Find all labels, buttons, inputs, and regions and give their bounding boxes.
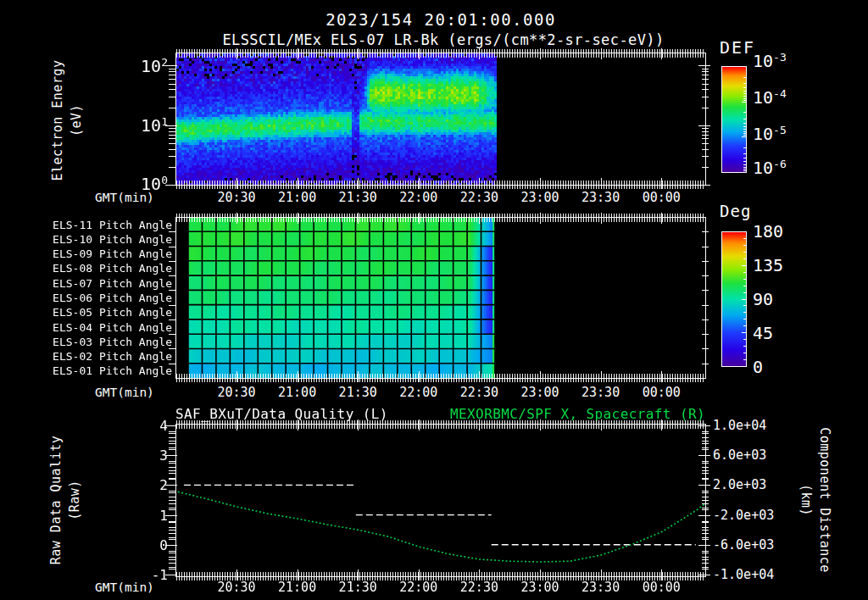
x-major-tick — [661, 419, 662, 431]
y-tick — [702, 75, 709, 75]
x-major-tick — [601, 178, 602, 189]
y-tick — [169, 553, 176, 553]
deg-cb-tick — [742, 332, 746, 333]
deg-cb-tick — [743, 319, 746, 319]
x-major-tick — [661, 48, 662, 59]
quality-tick-label: 4 — [117, 418, 168, 434]
y-tick — [169, 559, 176, 560]
def-tick-label: 10-5 — [753, 124, 787, 145]
x-major-tick — [601, 48, 602, 59]
quality-tick-label: 3 — [117, 447, 168, 464]
quality-distance-chart-canvas — [176, 425, 704, 575]
x-tick-label: 22:30 — [452, 190, 506, 205]
y-tick — [169, 97, 176, 97]
x-major-tick — [661, 178, 662, 189]
x-tick-label: 00:00 — [634, 580, 688, 595]
y-tick — [169, 530, 176, 531]
distance-tick-label: 2.0e+03 — [713, 477, 766, 492]
def-cb-tick — [743, 135, 746, 136]
y-tick — [702, 290, 709, 291]
x-major-tick — [236, 419, 237, 431]
x-major-tick — [540, 48, 541, 59]
x-major-tick — [419, 419, 420, 431]
y-tick — [702, 567, 709, 568]
y-tick — [698, 185, 710, 186]
def-tick-label: 10-6 — [753, 158, 787, 179]
pitch-row-label: ELS-06 Pitch Angle — [45, 292, 172, 304]
def-cb-tick — [743, 87, 746, 88]
y-tick — [702, 492, 709, 493]
y-tick — [169, 461, 176, 462]
y-tick — [702, 334, 709, 335]
x-major-tick — [358, 178, 359, 189]
gmt-axis-label-middle: GMT(min) — [95, 386, 154, 399]
quality-tick-label: -1 — [117, 567, 168, 583]
y-tick — [169, 156, 176, 157]
deg-cb-tick — [743, 353, 746, 353]
pitch-row-label: ELS-03 Pitch Angle — [45, 336, 172, 348]
def-cb-tick — [743, 91, 746, 92]
x-tick-label: 23:00 — [513, 190, 567, 205]
deg-tick-label: 45 — [753, 323, 773, 343]
y-tick — [702, 138, 709, 139]
y-tick — [702, 478, 709, 479]
distance-tick-label: -6.0e+03 — [713, 537, 774, 553]
distance-tick-label: -2.0e+03 — [713, 508, 774, 523]
x-tick-label: 23:00 — [513, 385, 567, 400]
component-distance-axis-units: (km) — [798, 484, 814, 516]
exponent: 0 — [161, 174, 168, 186]
y-tick — [169, 143, 176, 144]
pitch-angle-heatmap-canvas — [176, 218, 704, 378]
x-minor-ticks — [176, 186, 704, 189]
x-tick-label: 22:30 — [452, 385, 506, 400]
deg-cb-tick — [743, 252, 746, 253]
x-minor-ticks — [176, 420, 704, 424]
pitch-row-label: ELS-08 Pitch Angle — [45, 262, 172, 275]
deg-cb-tick — [743, 272, 746, 273]
x-major-tick — [479, 419, 480, 431]
y-tick — [702, 97, 709, 97]
quality-tick-label: 2 — [117, 477, 168, 493]
y-tick — [702, 69, 709, 69]
def-cb-tick — [743, 93, 746, 94]
def-cb-tick — [742, 136, 746, 137]
y-tick — [702, 305, 709, 306]
deg-cb-tick — [743, 359, 746, 360]
x-major-tick — [419, 48, 420, 59]
y-tick — [169, 138, 176, 139]
def-cb-tick — [743, 119, 746, 119]
x-tick-label: 22:00 — [392, 190, 446, 205]
page-title: 2023/154 20:01:00.000 — [326, 10, 556, 29]
def-cb-tick — [743, 164, 746, 165]
x-tick-label: 23:00 — [513, 580, 567, 595]
y-tick — [169, 433, 176, 434]
y-tick — [702, 557, 709, 558]
y-tick — [169, 527, 176, 528]
x-major-tick — [298, 48, 298, 59]
y-tick — [702, 539, 709, 540]
deg-cb-tick — [742, 366, 746, 367]
deg-tick-label: 0 — [753, 357, 763, 377]
x-major-tick — [661, 213, 662, 224]
x-major-tick — [298, 178, 298, 189]
def-cb-tick — [743, 129, 746, 130]
y-tick — [702, 275, 709, 276]
y-tick — [169, 447, 176, 448]
x-major-tick — [298, 213, 298, 224]
y-tick — [702, 108, 709, 108]
deg-cb-tick — [743, 279, 746, 280]
x-major-tick — [298, 419, 298, 431]
y-tick — [702, 497, 709, 497]
y-tick — [169, 470, 176, 471]
y-tick — [169, 167, 176, 168]
y-tick — [702, 89, 709, 90]
x-tick-label: 21:00 — [270, 190, 325, 205]
x-major-tick — [479, 48, 480, 59]
x-major-tick — [540, 371, 541, 382]
deg-tick-label: 180 — [753, 221, 783, 242]
x-tick-label: 20:30 — [209, 190, 264, 205]
x-minor-ticks — [176, 379, 704, 382]
deg-colorbar-title: Deg — [720, 202, 751, 220]
pitch-row-label: ELS-09 Pitch Angle — [45, 247, 172, 260]
y-tick — [702, 479, 709, 480]
